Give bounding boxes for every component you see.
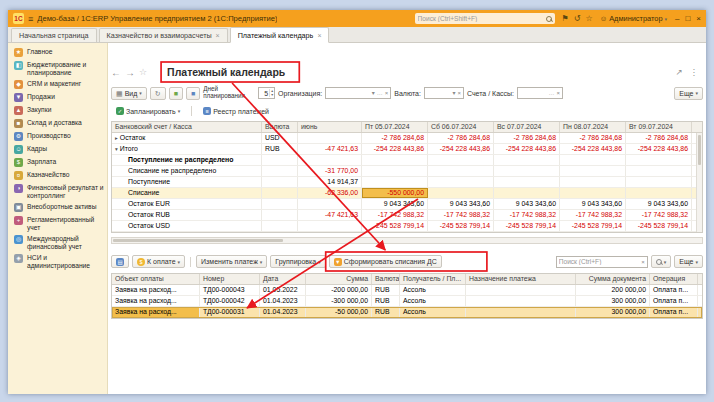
search-options-button[interactable]: ▾ [651,255,672,268]
more-button-lower[interactable]: Еще ▾ [674,255,703,268]
sidebar-item[interactable]: ★Главное [8,46,107,59]
column-header[interactable]: Сумма [306,274,372,284]
tab-close-icon[interactable]: × [317,32,321,39]
main-menu-icon[interactable]: ≡ [28,14,33,24]
sidebar-item[interactable]: ▣Внеоборотные активы [8,201,107,214]
global-search-input[interactable]: Поиск (Ctrl+Shift+F) [415,13,555,24]
calendar-row[interactable]: Остаток RUB-47 421,63-17 742 988,32-17 7… [112,210,702,221]
column-header[interactable]: Валюта [262,122,298,132]
calendar-row[interactable]: ▸ОстатокUSD-2 786 284,68-2 786 284,68-2 … [112,133,702,144]
minimize-button[interactable]: – [675,14,679,23]
organization-combo[interactable]: ▾ … × [325,87,391,99]
refresh-button[interactable]: ↻ [150,87,166,100]
sidebar-item[interactable]: ◧Бюджетирование и планирование [8,59,107,78]
tab-close-icon[interactable]: × [216,32,220,39]
sidebar-item[interactable]: ◈НСИ и администрирование [8,252,107,271]
amount-cell: -47 421,63 [298,144,362,154]
collapse-icon[interactable]: ▾ [115,146,118,152]
sidebar-item[interactable]: ▼Продажи [8,91,107,104]
favorites-icon[interactable]: ☆ [585,14,592,23]
sidebar-item[interactable]: ◎Международный финансовый учет [8,233,107,252]
maximize-button[interactable]: □ [685,14,690,23]
show-receipts-button[interactable]: ■ [169,87,183,100]
back-icon[interactable]: ← [111,67,121,78]
sidebar-item[interactable]: +Регламентированный учет [8,214,107,233]
clear-icon[interactable]: × [457,90,461,96]
column-header[interactable]: Вт 09.07.2024 [626,122,692,132]
calendar-row[interactable]: Остаток EUR9 043 343,609 043 343,609 043… [112,199,702,210]
amount-cell [428,177,494,187]
accounts-field[interactable]: … × [517,87,563,99]
clear-icon[interactable]: × [641,259,645,265]
calendar-row[interactable]: Остаток USD-245 528 799,14-245 528 799,1… [112,221,702,232]
calendar-row[interactable]: Списание не распределено-31 770,00 [112,166,702,177]
chevron-down-icon[interactable]: ▾ [372,90,375,96]
notifications-icon[interactable]: ⚑ [562,14,569,23]
horizontal-scrollbar[interactable] [111,237,703,244]
sidebar-item[interactable]: ■Склад и доставка [8,117,107,130]
column-header[interactable]: Получатель / Пл... [400,274,466,284]
close-button[interactable]: × [696,14,701,23]
payment-row[interactable]: Заявка на расход...ТД00-00004301.05.2022… [112,285,702,296]
payment-row[interactable]: Заявка на расход...ТД00-00003101.04.2023… [112,307,702,318]
currency-combo[interactable]: ▾ × [424,87,464,99]
calendar-row[interactable]: ▾ИтогоRUB-47 421,63-254 228 443,86-254 2… [112,144,702,155]
tab-начальная-страница[interactable]: Начальная страница [11,28,97,42]
spinner-down-icon[interactable]: ▾ [271,93,273,97]
choose-icon[interactable]: … [549,90,555,96]
grouping-button[interactable]: Группировка ▾ [270,255,325,268]
sidebar-item[interactable]: $Зарплата [8,156,107,169]
column-header[interactable]: июнь [298,122,362,132]
days-planning-spinner[interactable]: 5 ▴ ▾ [258,87,275,99]
sidebar-item[interactable]: ☺Кадры [8,143,107,156]
edit-payment-button[interactable]: Изменить платеж ▾ [196,255,267,268]
tab-платежный-календарь[interactable]: Платежный календарь× [230,27,330,43]
spinner-arrows[interactable]: ▴ ▾ [269,89,274,97]
column-header[interactable]: Дата [260,274,306,284]
vertical-scrollbar[interactable] [696,133,702,232]
column-header[interactable]: Пт 05.07.2024 [362,122,428,132]
more-vert-icon[interactable]: ⋮ [690,67,699,77]
column-header[interactable]: Вс 07.07.2024 [494,122,560,132]
forward-icon[interactable]: → [125,67,135,78]
history-icon[interactable]: ↺ [574,14,581,23]
column-header[interactable]: Операция [650,274,698,284]
pay-button[interactable]: $ К оплате ▾ [132,255,185,268]
favorite-star-icon[interactable]: ☆ [139,67,147,77]
tab-казначейство-и-взаиморасчеты[interactable]: Казначейство и взаиморасчеты× [99,28,228,42]
sidebar-item[interactable]: ▲Закупки [8,104,107,117]
sidebar-item[interactable]: ◑Финансовый результат и контроллинг [8,182,107,201]
calendar-row[interactable]: Поступление не распределено [112,155,702,166]
column-header[interactable]: Объект оплаты [112,274,200,284]
payment-row[interactable]: Заявка на расход...ТД00-00004201.04.2023… [112,296,702,307]
column-header[interactable]: Пн 08.07.2024 [560,122,626,132]
more-button-upper[interactable]: Еще ▾ [674,87,703,100]
column-header[interactable]: Банковский счет / Касса [112,122,262,132]
scroll-thumb[interactable] [113,239,283,242]
column-header[interactable]: Номер [200,274,260,284]
clear-icon[interactable]: × [557,90,561,96]
user-menu[interactable]: ☺ Администратор ▾ [600,14,667,23]
payments-search-input[interactable]: Поиск (Ctrl+F) × [556,256,648,268]
sidebar-item[interactable]: ⚙Производство [8,130,107,143]
column-header[interactable]: Сумма документа [576,274,650,284]
expand-icon[interactable]: ▸ [115,135,118,141]
payment-registry-button[interactable]: ≡ Реестр платежей [198,105,274,118]
form-writeoffs-button[interactable]: ▼ Сформировать списания ДС [329,255,442,268]
choose-icon[interactable]: … [377,90,383,96]
show-writeoffs-button[interactable]: ■ [186,87,200,100]
calendar-row[interactable]: Поступление14 914,37 [112,177,702,188]
sidebar-item[interactable]: ◆CRM и маркетинг [8,78,107,91]
chevron-down-icon[interactable]: ▾ [452,90,455,96]
column-header[interactable]: Назначение платежа [466,274,576,284]
calendar-row[interactable]: Списание-62 336,00-550 000,00 [112,188,702,199]
view-button[interactable]: ▦ Вид ▾ [111,87,147,100]
open-document-button[interactable]: ▤ [111,255,129,268]
column-header[interactable]: Сб 06.07.2024 [428,122,494,132]
scroll-thumb[interactable] [698,135,701,165]
sidebar-item[interactable]: ¤Казначейство [8,169,107,182]
column-header[interactable]: Валюта [372,274,400,284]
plan-button[interactable]: ✓ Запланировать ▾ [111,105,185,118]
open-new-window-icon[interactable]: ↗ [675,67,682,77]
clear-icon[interactable]: × [385,90,389,96]
